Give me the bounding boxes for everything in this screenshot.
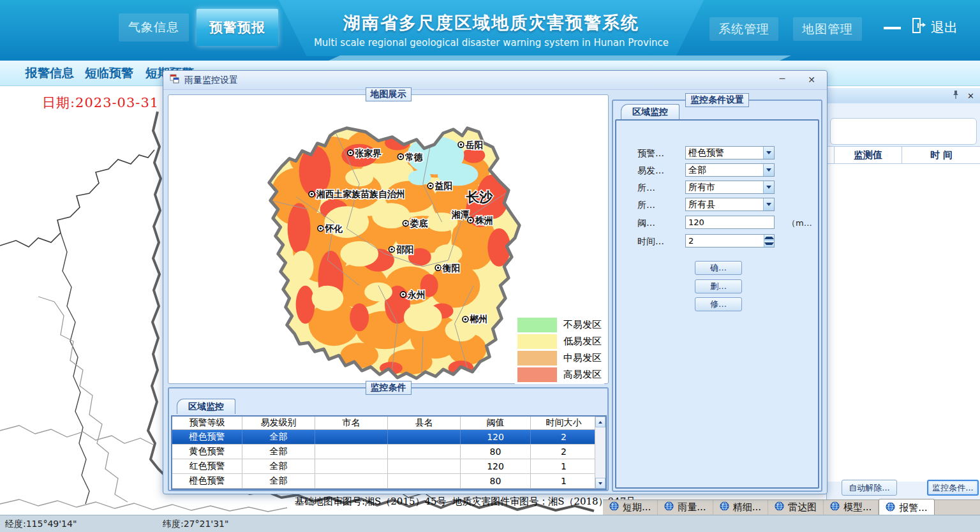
- dropdown-arrow-icon[interactable]: [763, 164, 774, 176]
- legend-label: 不易发区: [563, 319, 602, 331]
- table-row-0[interactable]: 橙色预警全部1202: [172, 430, 605, 445]
- nav-system-management[interactable]: 系统管理: [709, 17, 778, 41]
- table-cell: 红色预警: [172, 459, 242, 473]
- threshold-input[interactable]: 120: [685, 216, 775, 229]
- field-label-threshold: 阈…: [637, 218, 655, 229]
- field-label-susceptibility: 易发…: [637, 165, 664, 177]
- panel-col-spacer: [827, 147, 835, 163]
- taskbar-tab-2[interactable]: 精细...: [713, 500, 768, 515]
- table-cell: 1: [531, 474, 597, 488]
- globe-icon: [664, 501, 674, 514]
- county-select[interactable]: 所有县: [685, 198, 775, 211]
- susceptibility-select[interactable]: 全部: [685, 163, 775, 177]
- rainfall-monitor-dialog: 雨量监控设置 ─ ✕ 地图展示: [163, 70, 828, 494]
- tab-area-monitoring-table[interactable]: 区域监控: [177, 399, 235, 414]
- exit-button[interactable]: 退出: [911, 17, 958, 37]
- latitude-readout: 纬度:27°21'31": [163, 519, 228, 530]
- scroll-up-icon[interactable]: [595, 417, 605, 427]
- table-row-1[interactable]: 黄色预警全部802: [172, 445, 605, 459]
- legend-label: 中易发区: [563, 352, 602, 364]
- spinner-down-icon[interactable]: [764, 241, 774, 248]
- tab-area-monitoring[interactable]: 区域监控: [621, 104, 679, 119]
- map-license-text: 基础地图审图号:湘S（2015）45号 地质灾害图件审图号：湘S（2018）04…: [295, 496, 635, 508]
- taskbar-tab-5[interactable]: 报警...: [879, 499, 934, 515]
- spinner-up-icon[interactable]: [764, 235, 774, 241]
- globe-icon: [886, 502, 895, 514]
- dropdown-arrow-icon[interactable]: [763, 198, 774, 211]
- table-cell: 2: [531, 445, 597, 459]
- nav-weather-info[interactable]: 气象信息: [119, 13, 189, 41]
- table-cell: 橙色预警: [172, 430, 242, 444]
- city-label: 衡阳: [442, 263, 461, 273]
- taskbar-tab-4[interactable]: 模型...: [824, 500, 879, 515]
- panel-col-time[interactable]: 时 间: [902, 147, 980, 163]
- scroll-down-icon[interactable]: [595, 478, 605, 489]
- panel-table-header: 监测值 时 间: [827, 146, 980, 164]
- modify-button[interactable]: 修…: [695, 297, 742, 311]
- panel-col-monitor-value[interactable]: 监测值: [835, 147, 902, 163]
- longitude-readout: 经度:115°49'14": [5, 519, 77, 530]
- city-select[interactable]: 所有市: [685, 181, 775, 194]
- table-col-header-3[interactable]: 县名: [388, 417, 461, 429]
- subnav-item-1[interactable]: 短临预警: [85, 65, 133, 82]
- bottom-taskbar: 短期...雨量...精细...雷达图模型...报警...: [603, 499, 980, 515]
- delete-button[interactable]: 删…: [695, 279, 742, 293]
- table-row-3[interactable]: 橙色预警全部801: [172, 474, 605, 489]
- table-row-2[interactable]: 红色预警全部1201: [172, 459, 605, 474]
- legend-swatch: [517, 367, 557, 382]
- field-label-warning: 预警…: [637, 148, 664, 159]
- dropdown-arrow-icon[interactable]: [763, 147, 774, 159]
- nav-warning-forecast[interactable]: 预警预报: [197, 9, 278, 46]
- panel-filter-box[interactable]: [830, 118, 977, 145]
- settings-group-caption: 监控条件设置: [685, 93, 749, 107]
- taskbar-tab-3[interactable]: 雷达图: [768, 500, 824, 515]
- map-legend: 不易发区低易发区中易发区高易发区: [515, 315, 604, 384]
- city-label: 怀化: [324, 223, 343, 233]
- taskbar-tab-1[interactable]: 雨量...: [658, 500, 713, 515]
- city-label: 长沙: [466, 189, 493, 205]
- table-cell: [315, 459, 388, 473]
- globe-icon: [830, 501, 840, 514]
- table-scrollbar[interactable]: [595, 417, 605, 489]
- monitor-conditions-group: 监控条件 区域监控 预警等级易发级别市名县名阈值时间大小 橙色预警全部1202黄…: [168, 387, 609, 491]
- city-label: 娄底: [410, 218, 428, 228]
- app-header: 气象信息 预警预报 湖南省多尺度区域地质灾害预警系统 Multi scale r…: [0, 0, 980, 61]
- table-cell: [388, 430, 461, 444]
- panel-close-icon[interactable]: ✕: [967, 92, 974, 100]
- dialog-form-icon: [170, 74, 179, 86]
- taskbar-tab-0[interactable]: 短期...: [603, 500, 658, 515]
- globe-icon: [609, 501, 619, 514]
- dialog-minimize-button[interactable]: ─: [774, 73, 791, 84]
- table-col-header-5[interactable]: 时间大小: [531, 417, 597, 429]
- confirm-button[interactable]: 确…: [695, 261, 742, 275]
- table-cell: 全部: [242, 474, 315, 488]
- subnav-item-0[interactable]: 报警信息: [26, 65, 74, 82]
- window-minimize-button[interactable]: [884, 27, 901, 29]
- auto-release-button[interactable]: 自动解除...: [842, 480, 897, 496]
- monitor-condition-button[interactable]: 监控条件...: [927, 480, 979, 496]
- dropdown-arrow-icon[interactable]: [763, 181, 774, 193]
- exit-label: 退出: [931, 18, 958, 36]
- app-window: 气象信息 预警预报 湖南省多尺度区域地质灾害预警系统 Multi scale r…: [0, 0, 980, 532]
- conditions-table-header: 预警等级易发级别市名县名阈值时间大小: [172, 417, 605, 430]
- pin-icon[interactable]: [952, 90, 960, 102]
- alarm-side-panel: ✕ 监测值 时 间 自动解除... 监控条件...: [826, 88, 980, 515]
- threshold-unit-label: （m…: [787, 218, 812, 229]
- susceptibility-value: 全部: [686, 165, 763, 176]
- table-cell: 120: [461, 430, 531, 444]
- table-col-header-0[interactable]: 预警等级: [172, 417, 242, 429]
- globe-icon: [775, 501, 784, 514]
- dialog-close-button[interactable]: ✕: [803, 75, 820, 85]
- time-spinner[interactable]: 2: [685, 234, 775, 248]
- legend-row-2: 中易发区: [517, 350, 602, 366]
- table-col-header-2[interactable]: 市名: [315, 417, 388, 429]
- table-cell: [388, 474, 461, 488]
- status-bar: 经度:115°49'14" 纬度:27°21'31": [0, 515, 980, 532]
- dialog-titlebar[interactable]: 雨量监控设置 ─ ✕: [163, 71, 827, 90]
- table-cell: [315, 445, 388, 459]
- nav-map-management[interactable]: 地图管理: [793, 17, 862, 41]
- table-col-header-1[interactable]: 易发级别: [242, 417, 315, 429]
- city-label: 岳阳: [464, 140, 483, 150]
- warning-level-select[interactable]: 橙色预警: [685, 146, 775, 159]
- table-col-header-4[interactable]: 阈值: [461, 417, 531, 429]
